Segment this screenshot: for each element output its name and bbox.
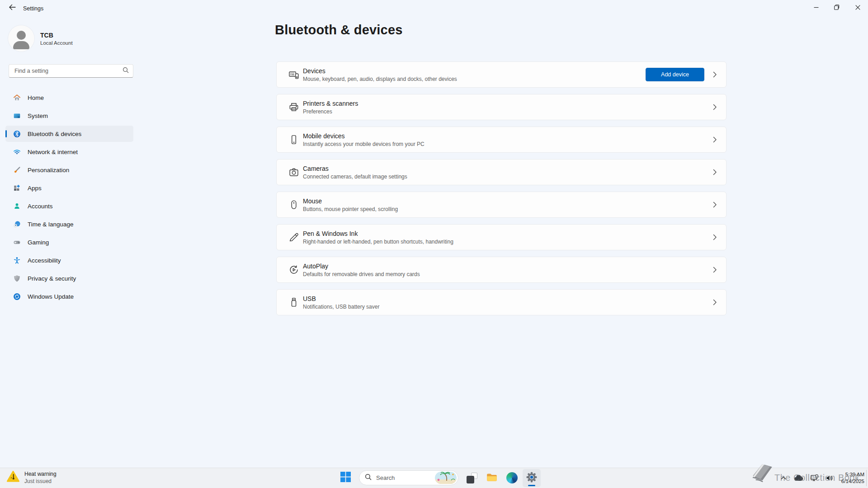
chevron-right-icon xyxy=(712,136,718,143)
onedrive-cloud-icon[interactable] xyxy=(793,474,804,482)
settings-search-input[interactable] xyxy=(14,67,123,75)
sidebar-item-label: Privacy & security xyxy=(28,275,76,282)
card-title: USB xyxy=(303,295,379,302)
task-view-icon xyxy=(467,473,477,483)
widget-subtitle: Just issued xyxy=(24,478,57,484)
tray-chevron-up-icon[interactable] xyxy=(780,475,787,481)
taskbar-search-box[interactable] xyxy=(359,470,458,485)
close-button[interactable] xyxy=(847,0,868,15)
sidebar-item-accounts[interactable]: Accounts xyxy=(5,198,133,214)
card-subtitle: Instantly access your mobile devices fro… xyxy=(303,141,425,147)
task-view-button[interactable] xyxy=(463,469,481,487)
file-explorer-icon xyxy=(486,471,498,485)
network-icon xyxy=(13,148,21,156)
personalization-icon xyxy=(13,166,21,174)
pen-icon xyxy=(288,232,299,243)
settings-card-list: Devices Mouse, keyboard, pen, audio, dis… xyxy=(276,61,726,322)
page-title: Bluetooth & devices xyxy=(275,23,403,38)
settings-card-printers-scanners[interactable]: Printers & scanners Preferences xyxy=(276,94,726,120)
minimize-button[interactable] xyxy=(806,0,826,15)
sidebar-item-bluetooth-devices[interactable]: Bluetooth & devices xyxy=(5,126,133,142)
chevron-right-icon xyxy=(712,267,718,273)
autoplay-icon xyxy=(288,264,299,275)
avatar xyxy=(8,25,34,52)
start-icon xyxy=(340,471,351,484)
back-icon xyxy=(9,4,16,12)
sidebar-item-gaming[interactable]: Gaming xyxy=(5,234,133,250)
sidebar-item-label: Bluetooth & devices xyxy=(28,131,81,137)
card-title: Pen & Windows Ink xyxy=(303,230,453,237)
card-subtitle: Buttons, mouse pointer speed, scrolling xyxy=(303,206,398,212)
card-subtitle: Preferences xyxy=(303,108,358,115)
settings-card-pen-windows-ink[interactable]: Pen & Windows Ink Right-handed or left-h… xyxy=(276,224,726,250)
gaming-icon xyxy=(13,238,21,246)
settings-window: Settings TCB Local Account Home xyxy=(0,0,868,488)
sidebar-item-privacy-security[interactable]: Privacy & security xyxy=(5,270,133,286)
accessibility-icon xyxy=(13,256,21,264)
settings-card-usb[interactable]: USB Notifications, USB battery saver xyxy=(276,289,726,315)
titlebar: Settings xyxy=(0,0,868,16)
show-desktop-button[interactable] xyxy=(866,470,868,486)
card-title: Mouse xyxy=(303,197,398,205)
sidebar-item-label: Apps xyxy=(28,185,42,192)
account-type: Local Account xyxy=(40,40,73,46)
settings-search-box[interactable] xyxy=(9,64,133,78)
sidebar-item-label: Time & language xyxy=(28,221,74,228)
back-button[interactable] xyxy=(5,2,20,14)
widget-title: Heat warning xyxy=(24,471,57,477)
apps-icon xyxy=(13,184,21,192)
account-card[interactable]: TCB Local Account xyxy=(8,25,73,52)
weather-widget[interactable]: Heat warning Just issued xyxy=(6,470,57,484)
card-title: Printers & scanners xyxy=(303,100,358,107)
privacy-shield-icon xyxy=(13,274,21,282)
edge-button[interactable] xyxy=(503,469,521,487)
sidebar-item-home[interactable]: Home xyxy=(5,89,133,106)
sidebar-item-apps[interactable]: Apps xyxy=(5,180,133,196)
restore-button[interactable] xyxy=(826,0,847,15)
app-title: Settings xyxy=(23,5,43,12)
system-icon xyxy=(13,112,21,120)
card-title: AutoPlay xyxy=(303,263,420,270)
sidebar-item-label: Windows Update xyxy=(28,293,74,300)
add-device-button[interactable]: Add device xyxy=(646,68,704,81)
sidebar-item-label: Network & internet xyxy=(28,149,78,155)
bluetooth-icon xyxy=(13,130,21,138)
sidebar-item-label: Accounts xyxy=(28,203,53,210)
printer-icon xyxy=(288,102,299,113)
settings-card-autoplay[interactable]: AutoPlay Defaults for removable drives a… xyxy=(276,257,726,283)
sidebar-item-label: System xyxy=(28,113,48,119)
sidebar-item-windows-update[interactable]: Windows Update xyxy=(5,288,133,305)
sidebar-item-system[interactable]: System xyxy=(5,108,133,124)
sidebar-item-label: Gaming xyxy=(28,239,49,246)
settings-taskbar-button[interactable] xyxy=(523,469,541,487)
devices-icon xyxy=(288,69,299,80)
settings-card-devices[interactable]: Devices Mouse, keyboard, pen, audio, dis… xyxy=(276,61,726,88)
settings-card-mouse[interactable]: Mouse Buttons, mouse pointer speed, scro… xyxy=(276,192,726,218)
settings-card-mobile-devices[interactable]: Mobile devices Instantly access your mob… xyxy=(276,127,726,153)
card-subtitle: Right-handed or left-handed, pen button … xyxy=(303,239,453,245)
sidebar-item-time-language[interactable]: Time & language xyxy=(5,216,133,232)
warning-triangle-icon xyxy=(6,470,20,484)
account-name: TCB xyxy=(40,32,73,39)
card-subtitle: Notifications, USB battery saver xyxy=(303,304,379,310)
clock[interactable]: 5:39 AM 6/14/2025 xyxy=(841,471,864,485)
sidebar-item-network-internet[interactable]: Network & internet xyxy=(5,144,133,160)
card-title: Devices xyxy=(303,67,457,75)
taskbar-search-input[interactable] xyxy=(375,474,425,482)
clock-time: 5:39 AM xyxy=(845,471,864,478)
settings-card-cameras[interactable]: Cameras Connected cameras, default image… xyxy=(276,159,726,185)
sidebar-nav: Home System Bluetooth & devices Network … xyxy=(5,89,133,306)
clock-date: 6/14/2025 xyxy=(841,478,864,485)
taskbar-center xyxy=(336,468,541,488)
start-button[interactable] xyxy=(336,469,354,487)
chevron-right-icon xyxy=(712,299,718,305)
sidebar-item-accessibility[interactable]: Accessibility xyxy=(5,252,133,268)
sidebar-item-personalization[interactable]: Personalization xyxy=(5,162,133,178)
card-subtitle: Mouse, keyboard, pen, audio, displays an… xyxy=(303,76,457,82)
file-explorer-button[interactable] xyxy=(483,469,501,487)
volume-icon[interactable] xyxy=(825,474,835,482)
card-title: Cameras xyxy=(303,165,407,172)
card-title: Mobile devices xyxy=(303,132,425,140)
network-tray-icon[interactable] xyxy=(810,474,819,483)
accounts-icon xyxy=(13,202,21,210)
